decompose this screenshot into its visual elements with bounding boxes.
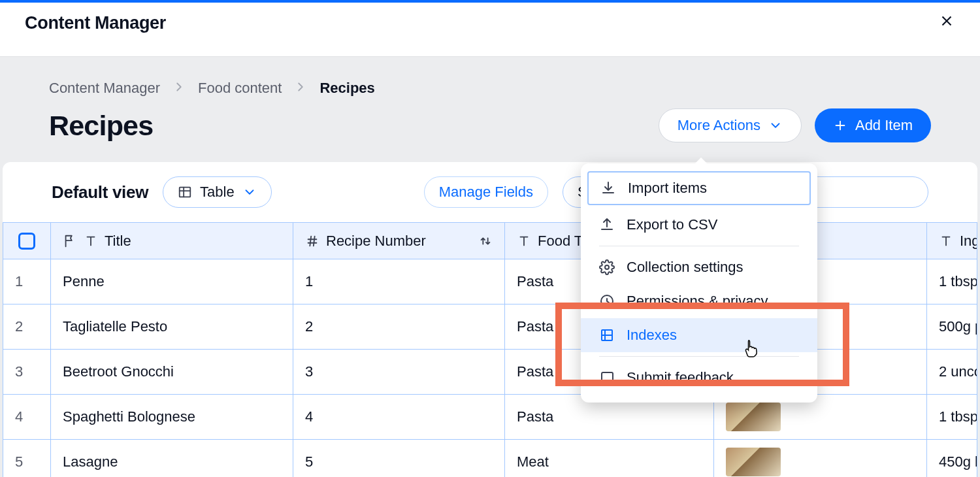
cell-ingredients[interactable]: 450g le	[927, 440, 977, 478]
menu-item-export[interactable]: Export to CSV	[581, 208, 817, 242]
add-item-button[interactable]: Add Item	[815, 108, 931, 142]
breadcrumb: Content Manager Food content Recipes	[0, 80, 980, 97]
image-thumbnail	[726, 403, 781, 431]
page-title: Recipes	[49, 110, 153, 142]
table-header-row: Title Recipe Number	[3, 223, 977, 259]
menu-label: Collection settings	[627, 259, 743, 276]
cell-ingredients[interactable]: 1 tbsp	[927, 259, 977, 304]
cell-ingredients[interactable]: 2 unco	[927, 350, 977, 395]
download-icon	[600, 180, 616, 196]
cell-number[interactable]: 2	[293, 304, 505, 350]
menu-separator	[599, 356, 799, 357]
column-food-label: Food T	[538, 233, 583, 250]
more-actions-button[interactable]: More Actions	[659, 108, 802, 142]
manage-fields-button[interactable]: Manage Fields	[424, 176, 548, 208]
lock-icon	[599, 293, 615, 309]
chevron-down-icon	[242, 185, 257, 199]
table-toolbar: Default view Table Manage Fields S	[3, 162, 977, 222]
row-index: 5	[3, 440, 51, 478]
sort-icon[interactable]	[478, 234, 493, 248]
table-row[interactable]: 5Lasagne5Meat450g le	[3, 440, 977, 478]
close-icon[interactable]	[938, 12, 955, 34]
chat-icon	[599, 370, 615, 386]
svg-point-1	[605, 265, 609, 269]
row-index: 1	[3, 259, 51, 304]
row-index: 2	[3, 304, 51, 350]
cell-food-type[interactable]: Meat	[505, 440, 714, 478]
menu-label: Permissions & privacy	[627, 293, 768, 310]
breadcrumb-item[interactable]: Food content	[198, 80, 282, 97]
manage-fields-label: Manage Fields	[439, 184, 533, 201]
cell-number[interactable]: 3	[293, 350, 505, 395]
title-actions: More Actions Add Item	[659, 108, 931, 142]
cell-image[interactable]	[714, 440, 927, 478]
column-header-ingredients[interactable]: Ing	[927, 223, 977, 259]
cell-title[interactable]: Penne	[51, 259, 293, 304]
cell-title[interactable]: Beetroot Gnocchi	[51, 350, 293, 395]
cell-title[interactable]: Spaghetti Bolognese	[51, 395, 293, 440]
table-row[interactable]: 3Beetroot Gnocchi3Pasta2 unco	[3, 350, 977, 395]
column-header-title[interactable]: Title	[51, 223, 293, 259]
checkbox-icon[interactable]	[18, 233, 35, 250]
text-icon	[939, 234, 953, 248]
menu-label: Submit feedback	[627, 369, 734, 386]
cell-ingredients[interactable]: 500g p	[927, 304, 977, 350]
svg-rect-0	[180, 188, 191, 197]
upload-icon	[599, 217, 615, 233]
menu-label: Indexes	[627, 327, 677, 344]
index-icon	[599, 327, 615, 343]
chevron-right-icon	[293, 80, 308, 97]
gear-icon	[599, 259, 615, 275]
cell-ingredients[interactable]: 1 tbsp	[927, 395, 977, 440]
table-row[interactable]: 2Tagliatelle Pesto2Pasta500g p	[3, 304, 977, 350]
menu-item-import[interactable]: Import items	[587, 171, 811, 205]
menu-separator	[599, 246, 799, 246]
menu-item-indexes[interactable]: Indexes	[581, 318, 817, 352]
column-header-recipe-number[interactable]: Recipe Number	[293, 223, 505, 259]
row-index: 3	[3, 350, 51, 395]
page-title-row: Recipes More Actions Add Item	[0, 97, 980, 162]
cell-title[interactable]: Tagliatelle Pesto	[51, 304, 293, 350]
chevron-down-icon	[768, 118, 783, 133]
image-thumbnail	[726, 448, 781, 476]
breadcrumb-current: Recipes	[319, 80, 374, 97]
text-icon	[517, 234, 531, 248]
table-row[interactable]: 1Penne1Pasta1 tbsp	[3, 259, 977, 304]
menu-item-settings[interactable]: Collection settings	[581, 250, 817, 284]
column-title-label: Title	[105, 233, 131, 250]
row-index: 4	[3, 395, 51, 440]
flag-icon	[63, 234, 77, 248]
app-header: Content Manager	[0, 3, 980, 56]
cell-number[interactable]: 5	[293, 440, 505, 478]
hash-icon	[305, 234, 319, 248]
view-type-selector[interactable]: Table	[163, 176, 272, 208]
menu-label: Import items	[628, 180, 707, 197]
column-ing-label: Ing	[960, 233, 977, 250]
cell-number[interactable]: 1	[293, 259, 505, 304]
table-panel: Default view Table Manage Fields S	[3, 162, 977, 477]
content-area: Content Manager Food content Recipes Rec…	[0, 56, 980, 477]
plus-icon	[833, 118, 847, 133]
table-row[interactable]: 4Spaghetti Bolognese4Pasta1 tbsp	[3, 395, 977, 440]
data-table: Title Recipe Number	[3, 222, 977, 477]
view-type-label: Table	[200, 184, 235, 201]
menu-label: Export to CSV	[627, 216, 717, 233]
breadcrumb-item[interactable]: Content Manager	[49, 80, 160, 97]
app-title: Content Manager	[25, 13, 166, 33]
add-item-label: Add Item	[855, 117, 913, 134]
cell-number[interactable]: 4	[293, 395, 505, 440]
select-all-header[interactable]	[3, 223, 51, 259]
menu-item-permissions[interactable]: Permissions & privacy	[581, 284, 817, 318]
cell-title[interactable]: Lasagne	[51, 440, 293, 478]
chevron-right-icon	[172, 80, 186, 97]
menu-item-feedback[interactable]: Submit feedback	[581, 361, 817, 395]
more-actions-dropdown: Import items Export to CSV Collection se…	[581, 163, 817, 403]
column-number-label: Recipe Number	[326, 233, 426, 250]
text-icon	[84, 234, 98, 248]
table-icon	[178, 185, 192, 199]
view-name: Default view	[52, 182, 148, 203]
more-actions-label: More Actions	[678, 117, 760, 134]
